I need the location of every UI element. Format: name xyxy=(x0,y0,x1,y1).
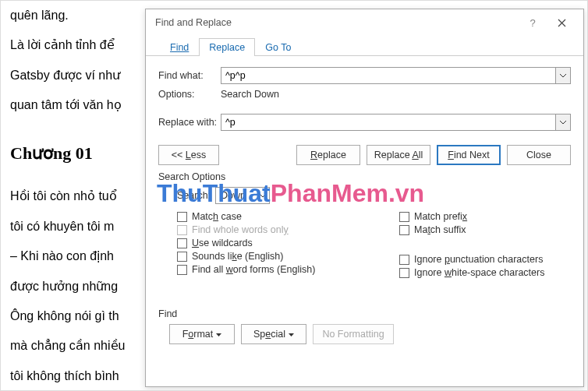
caret-down-icon xyxy=(289,333,294,337)
special-button[interactable]: Special xyxy=(241,324,306,344)
check-sounds-like[interactable]: Sounds like (English) xyxy=(177,251,399,262)
search-label: Search: xyxy=(177,190,211,201)
find-what-dropdown[interactable] xyxy=(555,67,571,84)
close-button[interactable] xyxy=(546,16,577,30)
find-what-input[interactable] xyxy=(221,67,555,84)
close-dialog-button[interactable]: Close xyxy=(507,145,571,165)
checkbox-area: Match case Find whole words only Use wil… xyxy=(158,209,571,280)
caret-down-icon xyxy=(216,333,221,337)
close-icon xyxy=(558,19,566,27)
find-group-label: Find xyxy=(158,308,571,319)
check-use-wildcards[interactable]: Use wildcards xyxy=(177,238,399,248)
find-what-row: Find what: xyxy=(158,67,571,84)
replace-button[interactable]: Replace xyxy=(296,145,360,165)
chevron-down-icon xyxy=(560,74,566,78)
options-value: Search Down xyxy=(221,89,279,100)
chevron-down-icon xyxy=(560,121,566,125)
checks-right-col: Match prefix Match suffix Ignore punctua… xyxy=(399,209,571,280)
replace-with-label: Replace with: xyxy=(158,117,221,128)
button-row: << Less Replace Replace All Find Next Cl… xyxy=(158,145,571,165)
titlebar: Find and Replace ? xyxy=(146,9,583,36)
chevron-down-icon xyxy=(260,194,266,198)
replace-with-combo[interactable] xyxy=(221,114,571,131)
find-group: Find Format Special No Formatting xyxy=(158,308,571,344)
replace-with-row: Replace with: xyxy=(158,114,571,131)
search-direction-select[interactable]: Down xyxy=(215,187,270,204)
check-ignore-punctuation[interactable]: Ignore punctuation characters xyxy=(399,254,571,265)
help-button[interactable]: ? xyxy=(519,17,546,29)
check-match-suffix[interactable]: Match suffix xyxy=(399,224,571,235)
find-what-label: Find what: xyxy=(158,70,221,81)
less-button[interactable]: << Less xyxy=(158,145,219,165)
find-next-button[interactable]: Find Next xyxy=(437,145,501,165)
dialog-title: Find and Replace xyxy=(152,17,519,28)
no-formatting-button: No Formatting xyxy=(313,324,394,344)
dialog-body: Find what: Options: Search Down Replace … xyxy=(146,56,583,352)
find-group-buttons: Format Special No Formatting xyxy=(169,324,571,344)
format-button[interactable]: Format xyxy=(169,324,235,344)
options-label: Options: xyxy=(158,89,221,100)
checks-left-col: Match case Find whole words only Use wil… xyxy=(158,209,399,280)
check-match-prefix[interactable]: Match prefix xyxy=(399,211,571,222)
check-whole-words: Find whole words only xyxy=(177,224,399,235)
replace-with-input[interactable] xyxy=(221,114,555,131)
search-direction-row: Search: Down xyxy=(177,187,571,204)
tab-replace[interactable]: Replace xyxy=(199,38,255,56)
search-direction-value: Down xyxy=(221,190,246,201)
find-what-combo[interactable] xyxy=(221,67,571,84)
check-match-case[interactable]: Match case xyxy=(177,211,399,222)
check-ignore-whitespace[interactable]: Ignore white-space characters xyxy=(399,267,571,278)
replace-with-dropdown[interactable] xyxy=(555,114,571,131)
replace-all-button[interactable]: Replace All xyxy=(367,145,430,165)
tab-goto[interactable]: Go To xyxy=(255,38,301,56)
check-word-forms[interactable]: Find all word forms (English) xyxy=(177,264,399,275)
tab-find[interactable]: Find xyxy=(160,38,199,56)
tab-bar: Find Replace Go To xyxy=(146,36,583,56)
options-row: Options: Search Down xyxy=(158,89,571,100)
search-options-label: Search Options xyxy=(158,171,571,182)
find-replace-dialog: Find and Replace ? Find Replace Go To Fi… xyxy=(145,9,584,387)
